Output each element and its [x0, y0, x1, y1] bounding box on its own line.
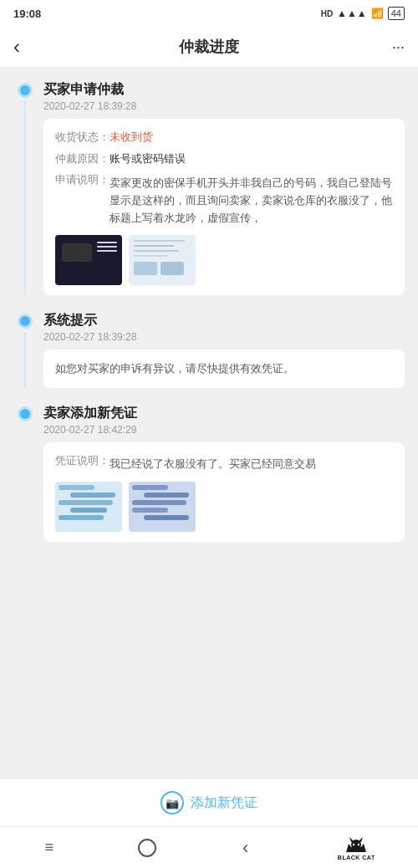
nav-menu-button[interactable]: ≡: [33, 831, 66, 865]
card-row-desc: 申请说明： 卖家更改的密保手机开头并非我自己的号码，我自己登陆号显示是这样的，而…: [55, 171, 393, 227]
page-title: 仲裁进度: [38, 37, 380, 57]
timeline-time-3: 2020-02-27 18:42:29: [43, 424, 405, 436]
thumb-dark-block: [62, 243, 92, 262]
timeline-content-2: 系统提示 2020-02-27 18:39:28 如您对买家的申诉有异议，请尽快…: [37, 312, 405, 388]
timeline-title-2: 系统提示: [43, 312, 405, 329]
card-value-delivery: 未收到货: [110, 129, 393, 146]
blackcat-logo-area[interactable]: BLACK CAT: [327, 831, 385, 865]
timeline-title-1: 买家申请仲裁: [43, 81, 405, 99]
chat-bubble-group-1: [55, 482, 122, 526]
menu-icon: ≡: [44, 839, 54, 856]
more-button[interactable]: ···: [380, 38, 405, 56]
notice-card: 如您对买家的申诉有异议，请尽快提供有效凭证。: [43, 350, 405, 388]
timeline-item-arbitration: 买家申请仲裁 2020-02-27 18:39:28 收货状态： 未收到货 仲裁…: [13, 81, 405, 295]
blackcat-text: BLACK CAT: [338, 855, 375, 860]
status-bar: 19:08 HD ▲▲▲ 📶 44: [0, 0, 418, 27]
thumbnail-dark-1[interactable]: [55, 235, 122, 285]
thumbnail-row-1: [55, 235, 393, 285]
timeline-dot-3: [18, 406, 33, 421]
timeline-card-1: 收货状态： 未收到货 仲裁原因： 账号或密码错误 申请说明： 卖家更改的密保手机…: [43, 119, 405, 295]
thumb-light-lines: [97, 242, 117, 254]
chat-bubble-2-2: [144, 493, 189, 498]
card-label-reason: 仲裁原因：: [55, 151, 110, 167]
card-label-cred: 凭证说明：: [55, 452, 110, 469]
blackcat-icon: [344, 835, 368, 854]
notice-text: 如您对买家的申诉有异议，请尽快提供有效凭证。: [55, 362, 294, 375]
timeline-item-system: 系统提示 2020-02-27 18:39:28 如您对买家的申诉有异议，请尽快…: [13, 312, 405, 388]
nav-home-button[interactable]: [130, 831, 164, 865]
thumb-box-2: [161, 262, 184, 275]
svg-point-4: [353, 843, 354, 845]
chat-bubble-4: [70, 508, 106, 513]
thumbnail-chat-1[interactable]: [55, 482, 122, 532]
tl-line-4: [134, 255, 168, 257]
card-row-reason: 仲裁原因： 账号或密码错误: [55, 151, 393, 167]
camera-icon: 📷: [161, 791, 184, 814]
thumb-light-line-2: [97, 246, 117, 248]
tl-line-3: [134, 250, 179, 252]
tl-line-2: [134, 245, 174, 247]
card-row-delivery: 收货状态： 未收到货: [55, 129, 393, 146]
thumbnail-row-3: [55, 482, 393, 532]
network-type-icon: HD: [321, 9, 333, 18]
timeline-time-2: 2020-02-27 18:39:28: [43, 331, 405, 343]
card-value-cred: 我已经说了衣服没有了。买家已经同意交易: [110, 456, 393, 473]
chat-bubble-2-1: [132, 485, 168, 490]
card-value-desc: 卖家更改的密保手机开头并非我自己的号码，我自己登陆号显示是这样的，而且询问卖家，…: [110, 175, 393, 227]
camera-symbol: 📷: [166, 797, 179, 809]
card-label-desc: 申请说明：: [55, 171, 110, 188]
chat-bubble-2-4: [132, 508, 168, 513]
timeline-item-seller: 卖家添加新凭证 2020-02-27 18:42:29 凭证说明： 我已经说了衣…: [13, 405, 405, 542]
chat-bubble-2: [70, 493, 115, 498]
add-credential-bar: 📷 添加新凭证: [0, 779, 418, 826]
back-chevron-icon: ‹: [242, 837, 248, 859]
bottom-nav: ≡ ‹ BLACK CAT: [0, 826, 418, 868]
status-icons: HD ▲▲▲ 📶 44: [321, 7, 405, 20]
header: ‹ 仲裁进度 ···: [0, 27, 418, 68]
timeline-title-3: 卖家添加新凭证: [43, 405, 405, 422]
add-credential-label: 添加新凭证: [191, 794, 257, 812]
thumb-light-line-1: [97, 242, 117, 243]
thumbnail-chat-2[interactable]: [129, 482, 196, 532]
chat-bubble-group-2: [129, 482, 196, 526]
card-row-cred: 凭证说明： 我已经说了衣服没有了。买家已经同意交易: [55, 452, 393, 473]
timeline-dot-1: [18, 83, 33, 98]
card-label-delivery: 收货状态：: [55, 129, 110, 146]
timeline-content-3: 卖家添加新凭证 2020-02-27 18:42:29 凭证说明： 我已经说了衣…: [37, 405, 405, 542]
chat-bubble-2-3: [132, 500, 186, 505]
chat-bubble-5: [59, 515, 104, 520]
status-time: 19:08: [13, 8, 41, 20]
timeline-time-1: 2020-02-27 18:39:28: [43, 100, 405, 112]
svg-marker-2: [349, 837, 354, 842]
timeline-dot-col-1: [13, 81, 37, 295]
card-value-reason: 账号或密码错误: [110, 151, 393, 167]
battery-icon: 44: [388, 7, 405, 20]
svg-marker-3: [359, 837, 363, 842]
back-button[interactable]: ‹: [13, 35, 38, 59]
chat-bubble-2-5: [144, 515, 189, 520]
timeline-content-1: 买家申请仲裁 2020-02-27 18:39:28 收货状态： 未收到货 仲裁…: [37, 81, 405, 295]
svg-point-5: [358, 843, 359, 845]
thumbnail-lines-1: [134, 240, 191, 280]
chat-bubble-3: [59, 500, 113, 505]
thumbnail-light-1[interactable]: [129, 235, 196, 285]
thumb-box-1: [134, 262, 157, 275]
thumb-light-line-3: [97, 250, 117, 252]
signal-icon: ▲▲▲: [337, 8, 367, 19]
timeline-dot-2: [18, 314, 33, 329]
add-credential-button[interactable]: 📷 添加新凭证: [161, 791, 257, 814]
wifi-icon: 📶: [371, 8, 384, 19]
home-icon: [138, 839, 156, 857]
timeline-line-2: [24, 332, 26, 388]
chat-bubble-1: [59, 485, 94, 490]
main-content: 买家申请仲裁 2020-02-27 18:39:28 收货状态： 未收到货 仲裁…: [0, 68, 418, 770]
timeline-card-3: 凭证说明： 我已经说了衣服没有了。买家已经同意交易: [43, 442, 405, 542]
timeline-line-1: [24, 101, 26, 295]
timeline-dot-col-3: [13, 405, 37, 542]
tl-line-1: [134, 240, 185, 242]
timeline-dot-col-2: [13, 312, 37, 388]
nav-back-button[interactable]: ‹: [229, 831, 263, 865]
